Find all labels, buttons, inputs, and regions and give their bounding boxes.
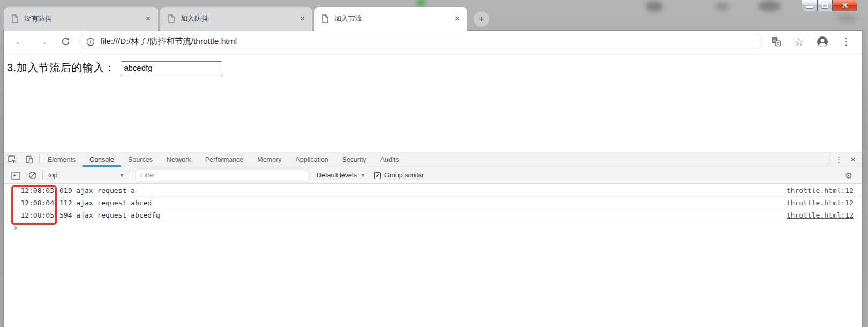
back-button[interactable]: ← — [14, 36, 25, 47]
page-info-icon[interactable] — [86, 38, 95, 46]
device-toolbar-button[interactable] — [21, 153, 38, 167]
group-similar-checkbox[interactable]: ✓ — [374, 172, 381, 179]
plus-icon: + — [478, 13, 484, 25]
log-message: 594 ajax request abcedfg — [59, 211, 160, 219]
devtools-panel: Elements Console Sources Network Perform… — [4, 152, 862, 327]
divider — [42, 170, 43, 180]
browser-window-body: ← → file:///D:/林子/防抖和节流/throttle.html A文… — [4, 31, 862, 327]
profile-avatar-icon[interactable] — [817, 36, 828, 48]
log-source-link[interactable]: throttle.html:12 — [787, 199, 854, 207]
bookmark-star-icon[interactable]: ☆ — [794, 36, 804, 47]
tab-title: 加入防抖 — [181, 14, 298, 24]
tab-title: 加入节流 — [334, 14, 453, 24]
browser-toolbar: ← → file:///D:/林子/防抖和节流/throttle.html A文… — [4, 31, 862, 53]
tab-close-icon[interactable]: × — [298, 14, 307, 23]
device-toolbar-icon — [25, 155, 34, 165]
toolbar-right-icons: A文 ☆ ⋮ — [771, 36, 862, 48]
minimize-icon — [806, 6, 813, 8]
console-log-row: 12:08:05 594 ajax request abcedfg thrott… — [4, 209, 862, 221]
console-log-row: 12:08:03 019 ajax request a throttle.htm… — [4, 184, 862, 197]
devtools-menu-icon[interactable]: ⋮ — [829, 155, 848, 165]
inspect-element-button[interactable] — [4, 153, 21, 167]
page-content: 3.加入节流后的输入： — [4, 53, 862, 152]
log-message: 019 ajax request a — [59, 187, 135, 195]
devtools-tab-performance[interactable]: Performance — [198, 152, 251, 167]
close-icon: ✕ — [842, 1, 848, 10]
document-icon — [321, 14, 329, 23]
console-sidebar-button[interactable] — [7, 168, 24, 182]
log-source-link[interactable]: throttle.html:12 — [787, 187, 854, 195]
gear-icon[interactable]: ⚙ — [845, 170, 859, 181]
devtools-tab-application[interactable]: Application — [288, 152, 335, 167]
browser-tab-debounce[interactable]: 加入防抖 × — [160, 7, 312, 31]
maximize-icon — [822, 3, 828, 8]
log-message: 112 ajax request abced — [59, 199, 152, 207]
minimize-button[interactable] — [802, 0, 817, 11]
execution-context-selector[interactable]: top ▼ — [44, 172, 129, 179]
devtools-tab-console[interactable]: Console — [83, 152, 121, 167]
log-timestamp: 12:08:05 — [20, 211, 54, 219]
divider — [828, 155, 828, 165]
devtools-tab-bar: Elements Console Sources Network Perform… — [4, 152, 862, 167]
close-window-button[interactable]: ✕ — [833, 0, 857, 11]
nav-buttons: ← → — [4, 36, 79, 47]
clear-console-button[interactable] — [24, 168, 41, 182]
console-sidebar-icon — [11, 172, 20, 180]
clear-console-icon — [28, 171, 37, 180]
inspect-cursor-icon — [8, 155, 17, 165]
console-log-row: 12:08:04 112 ajax request abced throttle… — [4, 197, 862, 209]
console-prompt-row[interactable]: › — [4, 221, 862, 234]
browser-menu-icon[interactable]: ⋮ — [841, 36, 851, 47]
devtools-tab-audits[interactable]: Audits — [373, 152, 406, 167]
tab-divider — [313, 13, 313, 25]
window-controls: ✕ — [802, 0, 857, 11]
translate-icon[interactable]: A文 — [771, 36, 781, 47]
reload-button[interactable] — [61, 36, 71, 47]
devtools-tab-elements[interactable]: Elements — [41, 152, 83, 167]
screenshot-root: ✕ 没有防抖 × 加入防抖 × 加入节流 × + ← → — [0, 0, 868, 327]
document-icon — [167, 14, 175, 23]
tab-close-icon[interactable]: × — [453, 14, 462, 23]
console-toolbar: top ▼ Default levels ▼ ✓ Group similar ⚙ — [4, 167, 862, 184]
throttle-text-input[interactable] — [121, 61, 222, 75]
tab-divider — [159, 13, 159, 25]
browser-tab-throttle-active[interactable]: 加入节流 × — [314, 7, 467, 31]
tab-strip: 没有防抖 × 加入防抖 × 加入节流 × + — [0, 0, 868, 31]
chevron-down-icon: ▼ — [119, 173, 124, 178]
console-prompt-icon: › — [13, 224, 18, 232]
devtools-tab-security[interactable]: Security — [335, 152, 373, 167]
group-similar-control[interactable]: ✓ Group similar — [374, 172, 424, 179]
group-similar-label: Group similar — [384, 172, 424, 179]
console-output: 12:08:03 019 ajax request a throttle.htm… — [4, 184, 862, 327]
maximize-button[interactable] — [817, 0, 833, 11]
new-tab-button[interactable]: + — [474, 11, 489, 27]
console-filter-input[interactable] — [136, 170, 308, 181]
devtools-tab-network[interactable]: Network — [160, 152, 198, 167]
url-text[interactable]: file:///D:/林子/防抖和节流/throttle.html — [100, 36, 237, 47]
devtools-tab-memory[interactable]: Memory — [250, 152, 288, 167]
address-bar[interactable]: file:///D:/林子/防抖和节流/throttle.html — [79, 34, 762, 49]
throttle-input-label: 3.加入节流后的输入： — [7, 61, 115, 75]
chevron-down-icon: ▼ — [361, 173, 365, 178]
divider — [39, 155, 40, 165]
tab-title: 没有防抖 — [24, 14, 144, 24]
divider — [130, 170, 130, 180]
document-icon — [11, 14, 19, 23]
devtools-close-icon[interactable]: × — [848, 154, 862, 165]
log-timestamp: 12:08:04 — [20, 199, 54, 207]
forward-button[interactable]: → — [38, 36, 48, 47]
log-levels-dropdown[interactable]: Default levels ▼ — [312, 172, 370, 179]
context-label: top — [48, 172, 57, 179]
log-source-link[interactable]: throttle.html:12 — [787, 211, 854, 219]
svg-text:文: 文 — [776, 41, 780, 46]
browser-tab-no-debounce[interactable]: 没有防抖 × — [4, 7, 158, 31]
log-timestamp: 12:08:03 — [20, 187, 54, 195]
tab-close-icon[interactable]: × — [144, 14, 153, 23]
levels-label: Default levels — [317, 172, 357, 179]
devtools-tab-sources[interactable]: Sources — [121, 152, 160, 167]
